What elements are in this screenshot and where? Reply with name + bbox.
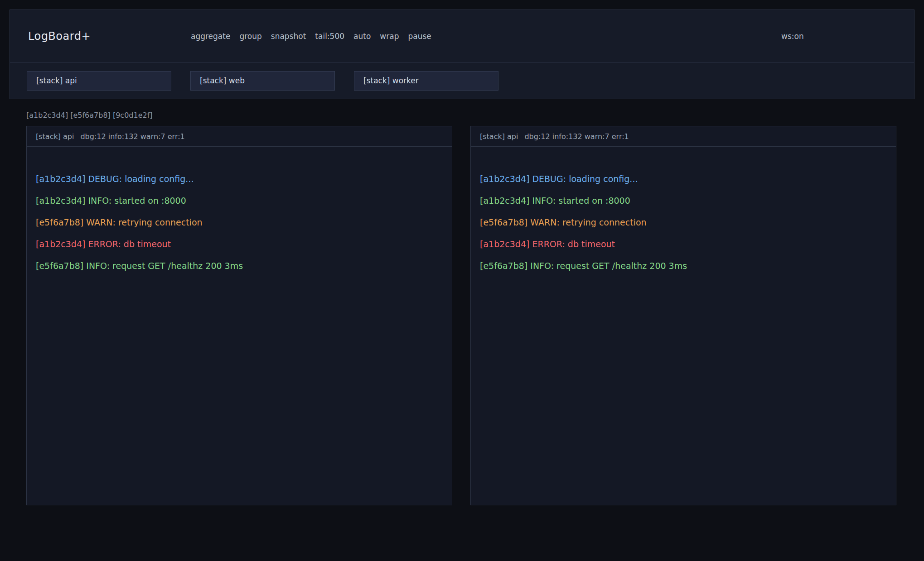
toolbar-item-pause[interactable]: pause [408, 32, 431, 41]
log-line: [a1b2c3d4] INFO: started on :8000 [36, 190, 452, 211]
log-line: [a1b2c3d4] ERROR: db timeout [480, 233, 896, 255]
panel-stack-name: [stack] api [480, 132, 518, 141]
log-scroll-area[interactable]: [a1b2c3d4] DEBUG: loading config... [a1b… [27, 147, 452, 505]
log-line: [a1b2c3d4] INFO: started on :8000 [480, 190, 896, 211]
toolbar-item-tail[interactable]: tail:500 [315, 32, 344, 41]
trace-ids-line: [a1b2c3d4] [e5f6a7b8] [9c0d1e2f] [26, 111, 153, 120]
log-panel-left: [stack] api dbg:12 info:132 warn:7 err:1… [26, 126, 452, 505]
stack-tab-api[interactable]: [stack] api [27, 71, 171, 91]
top-chrome: LogBoard+ aggregate group snapshot tail:… [10, 10, 914, 99]
log-line: [a1b2c3d4] DEBUG: loading config... [480, 168, 896, 190]
log-line: [e5f6a7b8] INFO: request GET /healthz 20… [480, 255, 896, 277]
panel-header: [stack] api dbg:12 info:132 warn:7 err:1 [27, 126, 452, 147]
log-panels: [stack] api dbg:12 info:132 warn:7 err:1… [26, 126, 896, 505]
toolbar: aggregate group snapshot tail:500 auto w… [191, 32, 431, 41]
panel-stack-name: [stack] api [36, 132, 74, 141]
panel-stats: dbg:12 info:132 warn:7 err:1 [524, 132, 629, 141]
panel-header: [stack] api dbg:12 info:132 warn:7 err:1 [471, 126, 896, 147]
toolbar-item-group[interactable]: group [239, 32, 261, 41]
toolbar-item-auto[interactable]: auto [353, 32, 371, 41]
log-scroll-area[interactable]: [a1b2c3d4] DEBUG: loading config... [a1b… [471, 147, 896, 505]
stack-tab-web[interactable]: [stack] web [190, 71, 335, 91]
stack-tab-label: [stack] api [36, 76, 77, 85]
stack-tab-worker[interactable]: [stack] worker [354, 71, 498, 91]
toolbar-item-wrap[interactable]: wrap [380, 32, 399, 41]
app-header: LogBoard+ aggregate group snapshot tail:… [10, 10, 914, 62]
log-panel-right: [stack] api dbg:12 info:132 warn:7 err:1… [470, 126, 896, 505]
stack-tab-label: [stack] worker [363, 76, 419, 85]
log-line: [a1b2c3d4] DEBUG: loading config... [36, 168, 452, 190]
stack-tab-label: [stack] web [200, 76, 245, 85]
log-line: [e5f6a7b8] WARN: retrying connection [36, 211, 452, 233]
toolbar-item-aggregate[interactable]: aggregate [191, 32, 230, 41]
panel-stats: dbg:12 info:132 warn:7 err:1 [80, 132, 184, 141]
log-line: [e5f6a7b8] INFO: request GET /healthz 20… [36, 255, 452, 277]
app-title: LogBoard+ [28, 30, 91, 43]
ws-status: ws:on [781, 32, 804, 41]
stack-tabs-row: [stack] api [stack] web [stack] worker [10, 62, 914, 99]
log-line: [a1b2c3d4] ERROR: db timeout [36, 233, 452, 255]
log-line: [e5f6a7b8] WARN: retrying connection [480, 211, 896, 233]
toolbar-item-snapshot[interactable]: snapshot [271, 32, 306, 41]
